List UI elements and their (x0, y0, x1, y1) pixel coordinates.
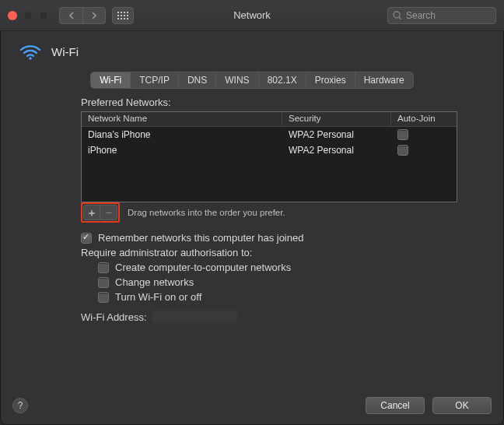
tab-dns[interactable]: DNS (179, 72, 216, 88)
cell-security: WPA2 Personal (282, 145, 391, 156)
autojoin-checkbox[interactable] (397, 145, 408, 156)
wifi-address-value (152, 311, 237, 323)
wifi-icon (19, 42, 42, 61)
col-network-name[interactable]: Network Name (82, 112, 282, 126)
titlebar: Network Search (0, 0, 504, 31)
admin-opt-label: Turn Wi-Fi on or off (115, 291, 201, 303)
cell-network-name: iPhone (82, 145, 282, 156)
footer: ? Cancel OK (0, 389, 504, 425)
admin-auth-label: Require administrator authorisation to: (81, 247, 457, 258)
remember-networks-row[interactable]: Remember networks this computer has join… (81, 232, 457, 244)
tab-wifi[interactable]: Wi-Fi (91, 72, 131, 88)
search-icon (393, 11, 402, 20)
panel-title: Wi-Fi (51, 45, 79, 58)
window-title: Network (0, 9, 504, 21)
drag-order-hint: Drag networks into the order you prefer. (128, 208, 285, 217)
preferred-networks-label: Preferred Networks: (81, 97, 457, 108)
remember-networks-label: Remember networks this computer has join… (98, 232, 303, 244)
preferred-networks-table: Network Name Security Auto-Join Diana’s … (81, 111, 457, 202)
svg-point-14 (29, 57, 31, 59)
table-row[interactable]: Diana’s iPhone WPA2 Personal (82, 127, 457, 142)
tab-tcpip[interactable]: TCP/IP (131, 72, 179, 88)
ok-button[interactable]: OK (432, 397, 492, 414)
admin-opt-row[interactable]: Change networks (98, 276, 457, 288)
cancel-button[interactable]: Cancel (366, 397, 425, 414)
admin-checkbox[interactable] (98, 292, 109, 303)
tab-bar: Wi-Fi TCP/IP DNS WINS 802.1X Proxies Har… (0, 72, 504, 89)
remove-network-button[interactable]: − (100, 205, 117, 220)
svg-line-13 (399, 17, 401, 19)
table-row[interactable]: iPhone WPA2 Personal (82, 142, 457, 158)
tab-proxies[interactable]: Proxies (306, 72, 355, 88)
cell-security: WPA2 Personal (282, 129, 391, 140)
admin-checkbox[interactable] (98, 277, 109, 288)
panel-header: Wi-Fi (0, 31, 504, 67)
admin-opt-label: Create computer-to-computer networks (115, 262, 291, 273)
admin-opt-label: Change networks (115, 276, 194, 288)
remember-networks-checkbox[interactable] (81, 233, 92, 244)
svg-point-12 (394, 12, 400, 18)
admin-opt-row[interactable]: Create computer-to-computer networks (98, 262, 457, 273)
cell-network-name: Diana’s iPhone (82, 129, 282, 140)
autojoin-checkbox[interactable] (397, 129, 408, 140)
help-button[interactable]: ? (12, 398, 28, 413)
col-auto-join[interactable]: Auto-Join (391, 112, 457, 126)
tab-8021x[interactable]: 802.1X (259, 72, 306, 88)
col-security[interactable]: Security (282, 112, 391, 126)
admin-opt-row[interactable]: Turn Wi-Fi on or off (98, 291, 457, 303)
tab-wins[interactable]: WINS (216, 72, 258, 88)
add-network-highlight: ＋ − (81, 202, 120, 223)
wifi-address-label: Wi-Fi Address: (81, 311, 147, 323)
admin-checkbox[interactable] (98, 262, 109, 273)
tab-hardware[interactable]: Hardware (355, 72, 413, 88)
add-network-button[interactable]: ＋ (83, 205, 100, 220)
